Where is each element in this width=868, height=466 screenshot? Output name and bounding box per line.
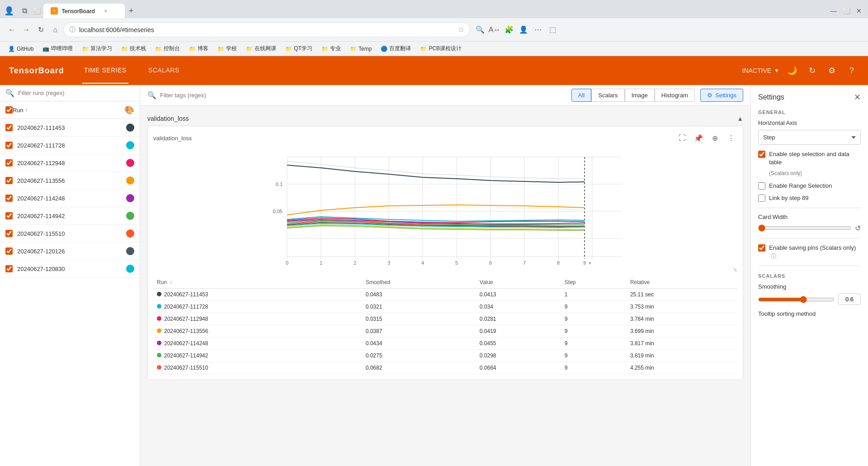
translate-icon[interactable]: A↔: [488, 24, 501, 36]
active-tab[interactable]: T TensorBoard ×: [43, 4, 125, 18]
resize-handle[interactable]: ⬊: [153, 266, 737, 273]
profile-button[interactable]: 👤: [517, 24, 530, 36]
sidebar-button[interactable]: ⬚: [546, 24, 559, 36]
close-settings-button[interactable]: ✕: [854, 92, 861, 102]
extensions-icon[interactable]: ⧉: [22, 7, 27, 15]
bookmark-tech[interactable]: 📁 技术栈: [118, 44, 149, 53]
bookmark-blog[interactable]: 📁 博客: [186, 44, 211, 53]
general-section-title: GENERAL: [758, 109, 861, 115]
run-item: 20240627-113556: [0, 172, 140, 190]
run-checkbox-4[interactable]: [5, 195, 13, 202]
enable-step-row: Enable step selection and data table (Sc…: [758, 150, 861, 176]
palette-icon[interactable]: 🎨: [124, 105, 134, 115]
tab-menu-icon[interactable]: ⬜: [31, 7, 43, 14]
horizontal-axis-select[interactable]: Step Relative Wall: [758, 130, 861, 145]
bookmark-pcb[interactable]: 📁 PCB课程设计: [417, 44, 464, 53]
home-button[interactable]: ⌂: [49, 24, 61, 36]
select-all-checkbox[interactable]: [5, 106, 13, 114]
tab-close-button[interactable]: ×: [102, 7, 109, 14]
col-run[interactable]: Run ↑: [153, 276, 362, 289]
back-button[interactable]: ←: [5, 24, 18, 36]
theme-icon[interactable]: 🌙: [785, 63, 799, 78]
run-checkbox-3[interactable]: [5, 177, 13, 184]
link-step-checkbox[interactable]: [758, 195, 765, 202]
crosshair-icon[interactable]: ⊕: [708, 132, 721, 144]
help-icon[interactable]: ?: [844, 63, 859, 78]
run-checkbox-7[interactable]: [5, 247, 13, 255]
close-window-button[interactable]: ✕: [854, 5, 864, 16]
profile-icon[interactable]: 👤: [4, 6, 14, 16]
settings-icon[interactable]: ⚙: [825, 63, 839, 78]
svg-text:6: 6: [489, 260, 492, 266]
col-step[interactable]: Step: [561, 276, 627, 289]
reload-button[interactable]: ↻: [34, 24, 47, 36]
pin-icon[interactable]: 📌: [692, 132, 705, 144]
content-area: 🔍 All Scalars Image Histogram ⚙ Settings: [140, 85, 750, 466]
card-width-slider[interactable]: [758, 224, 851, 232]
run-name-5: 20240627-114942: [17, 213, 122, 219]
run-item: 20240627-120126: [0, 243, 140, 260]
search-icon[interactable]: 🔍: [474, 24, 486, 36]
saving-pins-checkbox[interactable]: [758, 244, 765, 252]
run-filter-input[interactable]: [18, 90, 134, 96]
run-checkbox-8[interactable]: [5, 265, 13, 272]
enable-range-checkbox[interactable]: [758, 182, 765, 190]
bookmark-github[interactable]: 👤 GitHub: [5, 45, 36, 53]
col-smoothed[interactable]: Smoothed: [362, 276, 476, 289]
run-name-3: 20240627-113556: [17, 177, 122, 184]
run-color-dot-4: [126, 194, 134, 202]
bookmark-console[interactable]: 📁 控制台: [152, 44, 183, 53]
tab-histogram[interactable]: Histogram: [655, 89, 695, 102]
smoothing-value-input[interactable]: 0.6: [838, 294, 861, 305]
maximize-button[interactable]: ⬜: [841, 5, 852, 16]
tag-search-icon: 🔍: [147, 91, 156, 100]
bookmark-online[interactable]: 📁 在线网课: [243, 44, 279, 53]
tab-image[interactable]: Image: [625, 89, 655, 102]
address-bar[interactable]: ⓘ localhost:6006/#timeseries ☆: [63, 22, 470, 37]
run-checkbox-1[interactable]: [5, 142, 13, 149]
more-menu-button[interactable]: ⋯: [532, 24, 544, 36]
bilibili-icon: 📺: [42, 46, 49, 52]
nav-time-series[interactable]: TIME SERIES: [82, 57, 128, 84]
card-width-reset-icon[interactable]: ↺: [855, 224, 861, 233]
tab-favicon: T: [51, 7, 58, 14]
run-checkbox-0[interactable]: [5, 124, 13, 131]
run-checkbox-5[interactable]: [5, 212, 13, 219]
svg-text:0.1: 0.1: [276, 181, 283, 187]
minimize-button[interactable]: —: [828, 5, 839, 16]
new-tab-button[interactable]: +: [125, 5, 137, 17]
bookmark-major[interactable]: 📁 专业: [319, 44, 344, 53]
run-name-6: 20240627-115510: [17, 230, 122, 237]
tab-all[interactable]: All: [571, 89, 591, 102]
run-color-dot-5: [126, 212, 134, 220]
svg-text:×: ×: [589, 260, 591, 266]
extensions-button[interactable]: 🧩: [503, 24, 515, 36]
run-name-1: 20240627-111728: [17, 142, 122, 149]
tag-filter-input[interactable]: [160, 92, 566, 99]
settings-button[interactable]: ⚙ Settings: [700, 89, 743, 102]
svg-text:0.05: 0.05: [273, 209, 283, 214]
forward-button[interactable]: →: [20, 24, 33, 36]
status-badge[interactable]: INACTIVE ▼: [742, 67, 779, 74]
enable-step-checkbox[interactable]: [758, 151, 765, 158]
tab-scalars[interactable]: Scalars: [591, 89, 624, 102]
col-relative[interactable]: Relative: [627, 276, 737, 289]
bookmark-algo[interactable]: 📁 算法学习: [79, 44, 115, 53]
smoothing-slider[interactable]: [758, 296, 835, 303]
expand-icon[interactable]: ⛶: [676, 132, 689, 144]
more-options-icon[interactable]: ⋮: [725, 132, 737, 144]
bookmark-baidu[interactable]: 🔵 百度翻译: [378, 44, 414, 53]
bookmark-bilibili[interactable]: 📺 哔哩哔哩: [40, 44, 75, 53]
nav-scalars[interactable]: SCALARS: [146, 57, 181, 84]
refresh-icon[interactable]: ↻: [805, 63, 819, 78]
chart-svg-container: 0.1 0.05 0 1 2 3 4 5 6: [153, 148, 737, 266]
col-value[interactable]: Value: [476, 276, 561, 289]
collapse-icon[interactable]: ▲: [737, 115, 743, 122]
bookmark-school[interactable]: 📁 学校: [215, 44, 240, 53]
run-checkbox-6[interactable]: [5, 230, 13, 237]
bookmark-temp[interactable]: 📁 Temp: [347, 45, 374, 53]
bookmark-qt[interactable]: 📁 QT学习: [283, 44, 315, 53]
run-checkbox-2[interactable]: [5, 159, 13, 166]
bookmark-star-icon[interactable]: ☆: [458, 25, 464, 34]
cell-smoothed-2: 0.0315: [362, 313, 476, 325]
